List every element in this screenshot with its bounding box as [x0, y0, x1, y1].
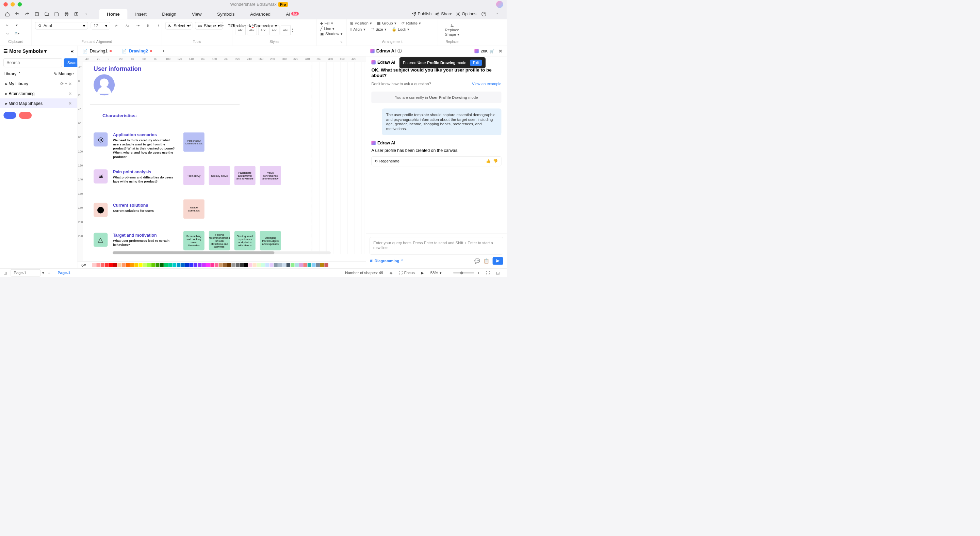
panel-toggle-icon[interactable]: ◫: [3, 270, 7, 275]
redo-icon[interactable]: [23, 10, 31, 18]
help-icon[interactable]: [480, 10, 488, 18]
thumbs-up-icon[interactable]: 👍: [486, 159, 491, 163]
color-swatch[interactable]: [257, 263, 261, 266]
color-swatch[interactable]: [210, 263, 214, 266]
styles-launcher-icon[interactable]: ↘: [340, 40, 343, 44]
horizontal-scrollbar[interactable]: [113, 251, 331, 254]
align-dropdown-icon[interactable]: ≡▾: [134, 22, 142, 30]
thumbs-down-icon[interactable]: 👎: [493, 159, 498, 163]
replace-shape-button[interactable]: ⇆Replace Shape ▾: [445, 23, 460, 37]
ai-option2-icon[interactable]: 📋: [484, 258, 489, 263]
library-toggle[interactable]: Library ⌃: [3, 71, 21, 76]
maximize-window-icon[interactable]: [18, 2, 22, 6]
color-swatch[interactable]: [122, 263, 126, 266]
color-swatch[interactable]: [96, 263, 100, 266]
style-preset[interactable]: Abc: [281, 25, 291, 35]
size-button[interactable]: ⬚ Size▾: [371, 27, 387, 32]
color-swatch[interactable]: [320, 263, 324, 266]
export-icon[interactable]: [73, 10, 80, 18]
style-preset[interactable]: Abc: [269, 25, 279, 35]
print-icon[interactable]: [63, 10, 70, 18]
page-tab[interactable]: Page-1: [54, 270, 74, 275]
line-button[interactable]: ╱ Line ▾: [320, 27, 334, 31]
color-swatch[interactable]: [316, 263, 320, 266]
drawing-canvas[interactable]: User information Characteristics: ◎Appli…: [83, 62, 366, 254]
regenerate-button[interactable]: ⟳ Regenerate: [375, 159, 399, 163]
close-window-icon[interactable]: [3, 2, 8, 6]
style-preset[interactable]: Abc: [236, 25, 246, 35]
shadow-button[interactable]: ▣ Shadow ▾: [320, 32, 343, 36]
decrease-font-icon[interactable]: A↓: [124, 22, 131, 30]
view-example-link[interactable]: View an example: [472, 82, 501, 86]
color-swatch[interactable]: [126, 263, 130, 266]
group-button[interactable]: ▦ Group▾: [377, 21, 396, 26]
collapse-ribbon-icon[interactable]: ⌃: [493, 10, 501, 18]
open-icon[interactable]: [43, 10, 51, 18]
focus-button[interactable]: ⛶ Focus: [399, 270, 414, 275]
color-swatch[interactable]: [324, 263, 328, 266]
color-swatch[interactable]: [231, 263, 235, 266]
undo-icon[interactable]: [13, 10, 21, 18]
color-swatch[interactable]: [219, 263, 223, 266]
color-swatch[interactable]: [105, 263, 108, 266]
fullscreen-icon[interactable]: ◲: [496, 270, 500, 275]
color-swatch[interactable]: [291, 263, 294, 266]
library-item[interactable]: ▸ Brainstorming✕: [0, 89, 77, 99]
color-swatch[interactable]: [278, 263, 282, 266]
select-tool[interactable]: ↖ Select ▾: [165, 22, 192, 29]
color-swatch[interactable]: [274, 263, 277, 266]
color-swatch[interactable]: [261, 263, 265, 266]
info-card[interactable]: Socially active: [209, 166, 230, 185]
style-preset[interactable]: Abc: [258, 25, 268, 35]
new-doc-tab[interactable]: +: [157, 46, 169, 56]
zoom-out-icon[interactable]: −: [448, 270, 450, 275]
color-swatch[interactable]: [282, 263, 286, 266]
color-swatch[interactable]: [109, 263, 113, 266]
color-swatch[interactable]: [138, 263, 142, 266]
color-swatch[interactable]: [130, 263, 134, 266]
info-card[interactable]: Sharing travel experiences and photos wi…: [234, 231, 256, 250]
content-block[interactable]: △Target and motivationWhat user preferen…: [94, 233, 176, 247]
new-icon[interactable]: [33, 10, 41, 18]
color-swatch[interactable]: [143, 263, 147, 266]
info-card[interactable]: Managing travel budgets and expenses: [260, 231, 281, 250]
layers-icon[interactable]: ◈: [390, 270, 393, 275]
info-card[interactable]: Usage Scenarios: [183, 199, 205, 219]
send-button[interactable]: [493, 257, 503, 265]
color-swatch[interactable]: [147, 263, 151, 266]
zoom-in-icon[interactable]: +: [477, 270, 480, 275]
color-swatch[interactable]: [156, 263, 159, 266]
tab-advanced[interactable]: Advanced: [242, 9, 278, 19]
add-page-icon[interactable]: +: [48, 270, 50, 276]
color-swatch[interactable]: [92, 263, 96, 266]
ai-mode-select[interactable]: AI Diagramming ⌃: [369, 258, 404, 263]
more-symbols-dropdown[interactable]: ☰ More Symbols ▾: [3, 48, 47, 54]
color-swatch[interactable]: [194, 263, 197, 266]
shape-thumbnail[interactable]: [19, 112, 32, 119]
color-swatch[interactable]: [113, 263, 117, 266]
format-painter-icon[interactable]: 🖌: [13, 21, 21, 29]
color-swatch[interactable]: [227, 263, 231, 266]
characteristics-heading[interactable]: Characteristics:: [102, 113, 137, 118]
color-swatch[interactable]: [248, 263, 252, 266]
font-size-select[interactable]: 12▾: [91, 22, 110, 29]
save-icon[interactable]: [53, 10, 60, 18]
position-button[interactable]: ⊞ Position▾: [350, 21, 372, 26]
italic-icon[interactable]: I: [154, 22, 162, 30]
content-block[interactable]: ◎Application scenariosWe need to think c…: [94, 132, 176, 159]
style-preset[interactable]: Abc: [247, 25, 257, 35]
color-swatch[interactable]: [303, 263, 307, 266]
color-swatch[interactable]: [206, 263, 210, 266]
color-swatch[interactable]: [312, 263, 315, 266]
shape-tool[interactable]: ▭ Shape ▾: [195, 22, 223, 29]
info-card[interactable]: Passionate about travel and adventure: [234, 166, 256, 185]
color-swatch[interactable]: [266, 263, 269, 266]
minimize-window-icon[interactable]: [11, 2, 14, 6]
color-swatch[interactable]: [88, 263, 92, 266]
play-icon[interactable]: ▶: [421, 270, 424, 275]
info-card[interactable]: Finding recommendations for local attrac…: [209, 231, 230, 250]
fill-button[interactable]: ◆ Fill ▾: [320, 21, 333, 26]
close-panel-icon[interactable]: ✕: [498, 48, 503, 54]
info-card[interactable]: Tech-savvy: [183, 166, 205, 185]
share-button[interactable]: Share: [435, 11, 453, 16]
